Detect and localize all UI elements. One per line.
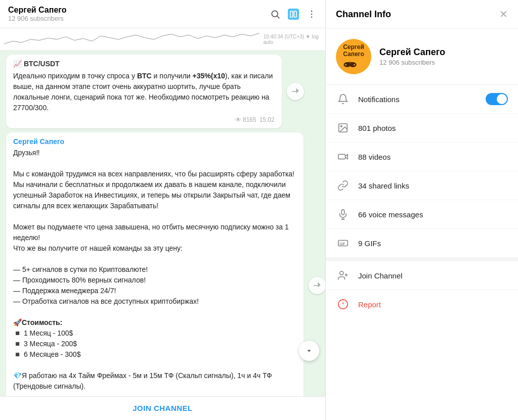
channel-details: Сергей Сапего 12 906 subscribers <box>379 47 445 67</box>
scroll-down-button[interactable] <box>299 341 319 361</box>
join-channel-action[interactable]: Join Channel <box>326 261 518 290</box>
join-label: Join Channel <box>358 271 403 280</box>
toggle-knob <box>497 94 507 104</box>
notifications-toggle[interactable] <box>486 93 508 105</box>
join-channel-button[interactable]: JOIN CHANNEL <box>133 404 193 412</box>
link-icon <box>336 178 350 193</box>
mic-icon <box>336 207 350 221</box>
videos-item[interactable]: 88 videos <box>326 143 518 171</box>
panel-subscribers: 12 906 subscribers <box>379 59 435 66</box>
msg1-views: 👁 8165 <box>235 116 256 123</box>
msg1-text: Идеально приходим в точку спроса у BTC и… <box>13 71 275 113</box>
svg-point-4 <box>311 10 313 12</box>
gif-icon: GIF <box>336 236 350 250</box>
msg1-footer: 👁 8165 15:02 <box>13 116 275 123</box>
join-icon <box>336 268 350 283</box>
channel-name: Сергей Сапего <box>8 6 67 15</box>
links-label: 34 shared links <box>358 181 508 190</box>
forward-button-1[interactable] <box>287 83 304 100</box>
svg-point-12 <box>340 125 342 127</box>
channel-avatar: Сергей Сапего <box>336 39 371 74</box>
message-2: Сергей Сапего Друзья‼️ Мы с командой тру… <box>6 132 304 396</box>
video-icon <box>336 150 350 164</box>
msg1-time: 15:02 <box>260 116 275 123</box>
svg-text:GIF: GIF <box>340 242 346 246</box>
svg-rect-13 <box>338 154 346 159</box>
svg-rect-3 <box>294 11 296 17</box>
search-icon[interactable] <box>270 9 281 20</box>
msg1-symbol: 📈 BTC/USDT <box>13 60 275 68</box>
chart-strip: 10:40:34 (UTC+3) ▼ log auto <box>0 28 325 51</box>
videos-label: 88 videos <box>358 153 508 161</box>
notifications-item[interactable]: Notifications <box>326 85 518 114</box>
messages-list: 📈 BTC/USDT Идеально приходим в точку спр… <box>0 51 325 396</box>
channel-info-panel: Channel Info ✕ Сергей Сапего С <box>326 0 518 420</box>
chat-area: 📈 BTC/USDT Идеально приходим в точку спр… <box>0 51 325 396</box>
forward-button-2[interactable] <box>309 277 325 294</box>
svg-point-5 <box>311 13 313 15</box>
svg-point-0 <box>272 11 278 17</box>
chat-panel: Сергей Сапего 12 906 subscribers <box>0 0 326 420</box>
notifications-label: Notifications <box>358 95 478 104</box>
panel-header: Channel Info ✕ <box>326 0 518 29</box>
columns-icon[interactable] <box>288 9 299 20</box>
channel-info-top: Сергей Сапего Сергей Сапего 12 906 subsc… <box>326 29 518 85</box>
svg-rect-2 <box>290 11 293 17</box>
subscriber-count: 12 906 subscribers <box>8 15 67 22</box>
header-title-group: Сергей Сапего 12 906 subscribers <box>8 6 67 22</box>
svg-rect-14 <box>341 210 344 215</box>
bell-icon <box>336 92 350 106</box>
photos-label: 801 photos <box>358 124 508 132</box>
more-icon[interactable] <box>306 9 317 20</box>
panel-channel-name: Сергей Сапего <box>379 47 445 58</box>
svg-point-10 <box>354 64 355 66</box>
report-action[interactable]: Report <box>326 290 518 318</box>
header-actions <box>270 9 317 20</box>
message-1: 📈 BTC/USDT Идеально приходим в точку спр… <box>6 55 282 128</box>
gifs-item[interactable]: GIF 9 GIFs <box>326 229 518 257</box>
join-bar: JOIN CHANNEL <box>0 396 325 420</box>
msg2-text: Друзья‼️ Мы с командой трудимся на всех … <box>13 148 296 396</box>
photos-item[interactable]: 801 photos <box>326 114 518 143</box>
chat-header: Сергей Сапего 12 906 subscribers <box>0 0 325 28</box>
voice-label: 66 voice messages <box>358 210 508 219</box>
gifs-label: 9 GIFs <box>358 239 508 248</box>
svg-point-9 <box>345 64 347 66</box>
report-label: Report <box>358 300 381 309</box>
photo-icon <box>336 121 350 135</box>
close-button[interactable]: ✕ <box>499 8 508 20</box>
msg2-sender: Сергей Сапего <box>13 137 296 146</box>
report-icon <box>336 297 350 311</box>
svg-line-1 <box>277 16 280 18</box>
svg-point-6 <box>311 16 313 18</box>
svg-point-19 <box>340 271 343 275</box>
divider <box>326 257 518 261</box>
info-list: Notifications 801 photos <box>326 85 518 257</box>
links-item[interactable]: 34 shared links <box>326 171 518 200</box>
voice-item[interactable]: 66 voice messages <box>326 200 518 229</box>
panel-title: Channel Info <box>336 9 391 20</box>
